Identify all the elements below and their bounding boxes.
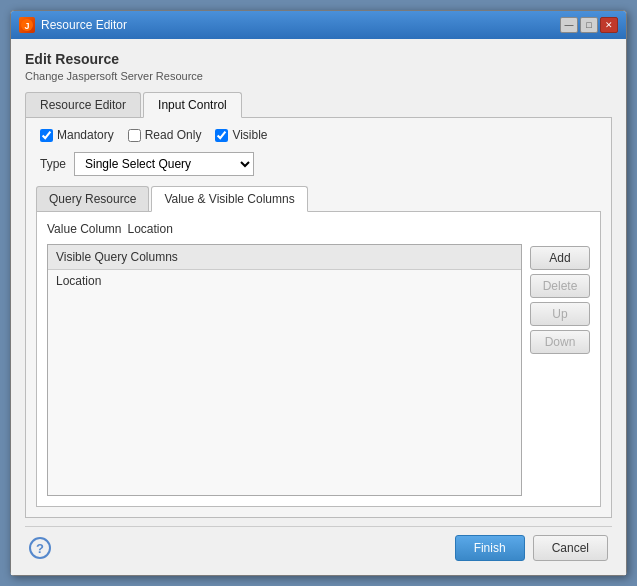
inner-tabs-and-panel: Query Resource Value & Visible Columns V… <box>36 186 601 507</box>
mandatory-checkbox-item[interactable]: Mandatory <box>40 128 114 142</box>
close-button[interactable]: ✕ <box>600 17 618 33</box>
input-control-panel: Mandatory Read Only Visible Type Single … <box>25 118 612 518</box>
visible-label: Visible <box>232 128 267 142</box>
value-column-row: Value Column Location <box>47 222 590 236</box>
window-content: Edit Resource Change Jaspersoft Server R… <box>11 39 626 575</box>
resource-editor-window: J Resource Editor — □ ✕ Edit Resource Ch… <box>10 10 627 576</box>
visible-columns-list: Visible Query Columns Location <box>47 244 522 496</box>
title-bar-left: J Resource Editor <box>19 17 127 33</box>
value-column-value: Location <box>127 222 172 236</box>
visible-checkbox-item[interactable]: Visible <box>215 128 267 142</box>
down-button[interactable]: Down <box>530 330 590 354</box>
mandatory-label: Mandatory <box>57 128 114 142</box>
bottom-buttons: Finish Cancel <box>455 535 608 561</box>
page-subtitle: Change Jaspersoft Server Resource <box>25 70 612 82</box>
list-action-buttons: Add Delete Up Down <box>530 244 590 496</box>
read-only-checkbox[interactable] <box>128 129 141 142</box>
tab-resource-editor[interactable]: Resource Editor <box>25 92 141 117</box>
maximize-button[interactable]: □ <box>580 17 598 33</box>
mandatory-checkbox[interactable] <box>40 129 53 142</box>
help-button[interactable]: ? <box>29 537 51 559</box>
window-icon: J <box>19 17 35 33</box>
finish-button[interactable]: Finish <box>455 535 525 561</box>
title-controls: — □ ✕ <box>560 17 618 33</box>
title-bar: J Resource Editor — □ ✕ <box>11 11 626 39</box>
read-only-label: Read Only <box>145 128 202 142</box>
minimize-button[interactable]: — <box>560 17 578 33</box>
value-visible-columns-panel: Value Column Location Visible Query Colu… <box>36 212 601 507</box>
value-column-label: Value Column <box>47 222 121 236</box>
visible-columns-section: Visible Query Columns Location Add Delet… <box>47 244 590 496</box>
visible-checkbox[interactable] <box>215 129 228 142</box>
tab-input-control[interactable]: Input Control <box>143 92 242 118</box>
tab-query-resource[interactable]: Query Resource <box>36 186 149 211</box>
delete-button[interactable]: Delete <box>530 274 590 298</box>
visible-columns-header: Visible Query Columns <box>48 245 521 270</box>
tab-value-visible-columns[interactable]: Value & Visible Columns <box>151 186 307 212</box>
type-label: Type <box>40 157 66 171</box>
type-select[interactable]: Single Select Query Multi Select Query B… <box>74 152 254 176</box>
checkboxes-row: Mandatory Read Only Visible <box>36 128 601 142</box>
svg-text:J: J <box>24 21 29 31</box>
add-button[interactable]: Add <box>530 246 590 270</box>
type-row: Type Single Select Query Multi Select Qu… <box>36 152 601 176</box>
read-only-checkbox-item[interactable]: Read Only <box>128 128 202 142</box>
cancel-button[interactable]: Cancel <box>533 535 608 561</box>
inner-tabs: Query Resource Value & Visible Columns <box>36 186 601 212</box>
bottom-bar: ? Finish Cancel <box>25 526 612 565</box>
page-title: Edit Resource <box>25 51 612 67</box>
up-button[interactable]: Up <box>530 302 590 326</box>
main-tabs: Resource Editor Input Control <box>25 92 612 118</box>
window-title: Resource Editor <box>41 18 127 32</box>
list-item[interactable]: Location <box>48 270 521 292</box>
